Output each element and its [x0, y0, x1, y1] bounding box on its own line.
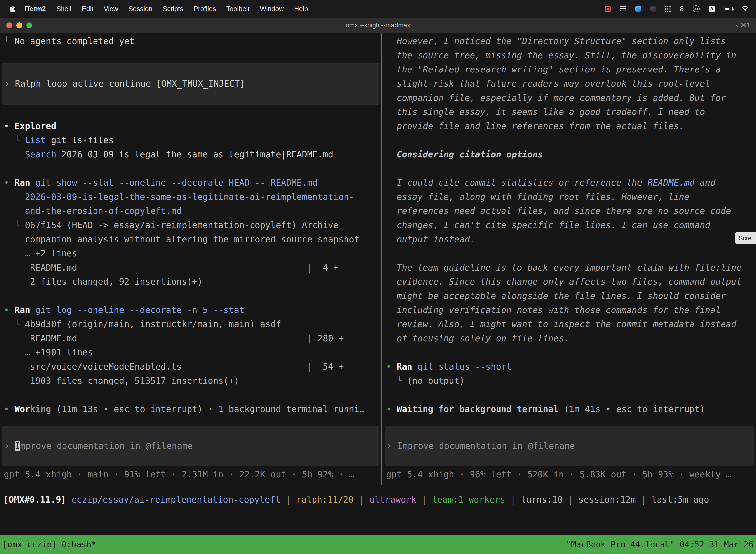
menu-toolbelt[interactable]: Toolbelt: [221, 5, 255, 13]
terminal-line: README.md | 4 +: [0, 261, 381, 275]
blue-app-icon[interactable]: [635, 6, 641, 12]
terminal-line: › Ralph loop active continue [OMX_TMUX_I…: [2, 77, 245, 91]
terminal-line: [0, 105, 381, 119]
terminal-line: However, I noticed the "Directory Struct…: [382, 34, 756, 48]
right-pane-body: However, I noticed the "Directory Struct…: [382, 34, 756, 416]
window-shortcut: ⌥⌘1: [733, 21, 751, 29]
terminal-line: provide file and line references from th…: [382, 119, 756, 133]
screen-recording-icon[interactable]: [605, 6, 611, 12]
tmux-status-bar: [omx-cczip] 0:bash* "MacBook-Pro-44.loca…: [0, 535, 756, 554]
menu-help[interactable]: Help: [289, 5, 313, 13]
terminal-line: [382, 133, 756, 148]
terminal-line: └ 4b9d30f (origin/main, instructkr/main,…: [0, 317, 381, 331]
window-grid-icon[interactable]: [620, 5, 626, 13]
terminal-line: └ No agents completed yet: [0, 34, 381, 48]
battery-percent-icon[interactable]: .61: [693, 5, 700, 12]
terminal-line: companion file, especially if more comme…: [382, 91, 756, 105]
window-titlebar: omx --xhigh --madmax ⌥⌘1: [0, 18, 756, 33]
zoom-button[interactable]: [26, 22, 32, 28]
terminal-line: • Ran git show --stat --oneline --decora…: [0, 176, 381, 190]
left-pane[interactable]: └ No agents completed yet › Ralph loop a…: [0, 33, 381, 485]
terminal-line: … +2 lines: [0, 246, 381, 261]
terminal-line: including verification notes with those …: [382, 303, 756, 317]
menu-app-name[interactable]: iTerm2: [19, 5, 51, 13]
menubar-status-items: 8 .61 A: [605, 5, 756, 13]
terminal-line: Search 2026-03-09-is-legal-the-same-as-l…: [0, 148, 381, 162]
terminal-line: might be acceptable alongside the file l…: [382, 289, 756, 303]
terminal-line: output instead.: [382, 232, 756, 246]
right-pane[interactable]: However, I noticed the "Directory Struct…: [382, 33, 756, 485]
wifi-icon[interactable]: [742, 5, 749, 13]
battery-icon[interactable]: [724, 7, 733, 11]
terminal-line: 2 files changed, 92 insertions(+): [0, 275, 381, 289]
keystroke-icon[interactable]: 8: [680, 5, 684, 13]
menu-edit[interactable]: Edit: [77, 5, 99, 13]
terminal-line: [382, 345, 756, 359]
app-grid-icon[interactable]: [665, 6, 671, 12]
terminal-line: • Ran git status --short: [382, 359, 756, 374]
close-button[interactable]: [6, 22, 12, 28]
terminal-line: README.md | 280 +: [0, 331, 381, 345]
terminal-line: of focusing solely on file lines.: [382, 331, 756, 345]
apple-logo-icon[interactable]: [9, 5, 15, 13]
terminal-line: • Working (11m 13s • esc to interrupt) ·…: [0, 402, 381, 416]
input-source-icon[interactable]: A: [709, 6, 715, 12]
terminal-line: [382, 388, 756, 402]
terminal-line: └ List git ls-files: [0, 133, 381, 148]
terminal-line: └ (no output): [382, 374, 756, 388]
menu-session[interactable]: Session: [123, 5, 158, 13]
omx-status-bar: [OMX#0.11.9] cczip/essay/ai-reimplementa…: [0, 485, 756, 535]
terminal-line: references need actual files, and since …: [382, 204, 756, 218]
terminal-line: [0, 289, 381, 303]
terminal-line: [0, 48, 381, 63]
terminal-line: • Explored: [0, 119, 381, 133]
terminal-line: 1903 files changed, 513517 insertions(+): [0, 374, 381, 388]
dark-circle-icon[interactable]: [650, 6, 656, 12]
menu-window[interactable]: Window: [255, 5, 289, 13]
window-title: omx --xhigh --madmax: [0, 21, 756, 29]
terminal-line: evidence. Since this change only affects…: [382, 275, 756, 289]
prompt-input-right[interactable]: › Improve documentation in @filename: [385, 426, 754, 466]
terminal-line: src/voice/voiceModeEnabled.ts | 54 +: [0, 359, 381, 374]
prompt-input-left[interactable]: › Improve documentation in @filename: [2, 426, 379, 466]
terminal-line: I could cite commit statistics or refere…: [382, 176, 756, 190]
terminal-line: [0, 388, 381, 402]
terminal-line: … +1901 lines: [0, 345, 381, 359]
terminal-line: review. Also, I might want to inspect th…: [382, 317, 756, 331]
terminal-line: the source tree, missing the essay. Stil…: [382, 48, 756, 63]
terminal-line: › Improve documentation in @filename: [385, 439, 575, 453]
menu-shell[interactable]: Shell: [51, 5, 77, 13]
terminal-line: The team guideline is to back every impo…: [382, 261, 756, 275]
terminal-line: slight risk that future readers may over…: [382, 77, 756, 91]
ralph-loop-banner: › Ralph loop active continue [OMX_TMUX_I…: [2, 63, 379, 105]
terminal-line: › Improve documentation in @filename: [2, 439, 193, 453]
left-pane-body: • Explored └ List git ls-files Search 20…: [0, 105, 381, 416]
terminal-line: [382, 246, 756, 261]
minimize-button[interactable]: [16, 22, 22, 28]
terminal-line: 2026-03-09-is-legal-the-same-as-legitima…: [0, 190, 381, 204]
terminal-line: [OMX#0.11.9] cczip/essay/ai-reimplementa…: [3, 493, 756, 507]
terminal-line: changes, I can't cite specific file line…: [382, 218, 756, 232]
menu-bar: iTerm2 Shell Edit View Session Scripts P…: [0, 0, 756, 18]
terminal-line: this single essay, it seems like a good …: [382, 105, 756, 119]
tmux-session-label: [omx-cczip] 0:bash*: [2, 540, 96, 549]
menu-scripts[interactable]: Scripts: [158, 5, 189, 13]
terminal: └ No agents completed yet › Ralph loop a…: [0, 33, 756, 485]
tmux-host-clock: "MacBook-Pro-44.local" 04:52 31-Mar-26: [566, 540, 754, 549]
floating-screen-tab[interactable]: Scre: [735, 232, 756, 244]
terminal-line: [0, 162, 381, 176]
terminal-line: • Ran git log --oneline --decorate -n 5 …: [0, 303, 381, 317]
menu-profiles[interactable]: Profiles: [189, 5, 221, 13]
terminal-line: [382, 162, 756, 176]
menu-view[interactable]: View: [99, 5, 123, 13]
terminal-line: └ 067f154 (HEAD -> essay/ai-reimplementa…: [0, 218, 381, 232]
terminal-line: essay file, along with finding root file…: [382, 190, 756, 204]
terminal-line: the "Related research writing" section i…: [382, 63, 756, 77]
session-status-left: gpt-5.4 xhigh · main · 91% left · 2.31M …: [0, 467, 381, 482]
screen: iTerm2 Shell Edit View Session Scripts P…: [0, 0, 756, 554]
session-status-right: gpt-5.4 xhigh · 96% left · 520K in · 5.8…: [382, 467, 756, 482]
terminal-line: and-the-erosion-of-copyleft.md: [0, 204, 381, 218]
left-pane-top: └ No agents completed yet: [0, 34, 381, 63]
terminal-line: companion analysis without altering the …: [0, 232, 381, 246]
terminal-line: • Waiting for background terminal (1m 41…: [382, 402, 756, 416]
